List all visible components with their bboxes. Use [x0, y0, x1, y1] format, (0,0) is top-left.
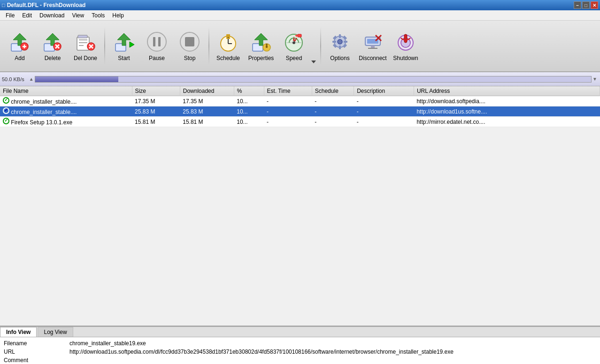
file-name: chrome_installer_stable....	[11, 99, 77, 105]
schedule-button[interactable]: Schedule	[212, 25, 244, 67]
file-description: -	[354, 96, 414, 106]
properties-button[interactable]: Properties	[245, 25, 277, 67]
file-percent: 10...	[234, 106, 264, 117]
status-icon	[3, 107, 9, 114]
menu-tools[interactable]: Tools	[88, 11, 108, 20]
add-button[interactable]: Add	[4, 25, 36, 67]
col-downloaded[interactable]: Downloaded	[180, 86, 234, 96]
svg-rect-22	[153, 37, 155, 46]
tab-log-view[interactable]: Log View	[38, 327, 73, 337]
minimize-button[interactable]: –	[574, 1, 581, 9]
svg-rect-14	[78, 35, 87, 38]
svg-rect-34	[266, 46, 268, 48]
separator-1	[104, 27, 105, 65]
separator-3	[320, 27, 321, 65]
speed-wrapper: Speed	[278, 25, 317, 67]
tab-info-view[interactable]: Info View	[0, 327, 37, 337]
label-filename: Filename	[4, 340, 69, 347]
svg-point-45	[338, 39, 342, 44]
file-url: http://download1us.softne....	[414, 106, 600, 117]
file-url: http://download.softpedia....	[414, 96, 600, 106]
maximize-button[interactable]: □	[582, 1, 590, 9]
file-description: -	[354, 117, 414, 127]
menu-download[interactable]: Download	[36, 11, 68, 20]
speed-bar-track	[35, 76, 592, 83]
options-label: Options	[330, 55, 349, 61]
file-percent: 10...	[234, 96, 264, 106]
pause-label: Pause	[149, 55, 165, 61]
options-button[interactable]: Options	[324, 25, 356, 67]
file-downloaded: 25.83 M	[180, 106, 234, 117]
table-row[interactable]: Firefox Setup 13.0.1.exe 15.81 M 15.81 M…	[0, 117, 600, 127]
svg-marker-20	[130, 42, 134, 47]
col-url[interactable]: URL Address	[414, 86, 600, 96]
file-size: 15.81 M	[132, 117, 180, 127]
table-row[interactable]: chrome_installer_stable.... 17.35 M 17.3…	[0, 96, 600, 106]
file-size: 25.83 M	[132, 106, 180, 117]
col-esttime[interactable]: Est. Time	[264, 86, 312, 96]
file-percent: 10...	[234, 117, 264, 127]
separator-2	[208, 27, 209, 65]
col-schedule[interactable]: Schedule	[312, 86, 354, 96]
svg-point-21	[147, 32, 166, 51]
file-esttime: -	[264, 106, 312, 117]
del-done-label: Del Done	[74, 55, 97, 61]
menu-help[interactable]: Help	[108, 11, 128, 20]
delete-button[interactable]: Delete	[37, 25, 69, 67]
col-description[interactable]: Description	[354, 86, 414, 96]
col-size[interactable]: Size	[132, 86, 180, 96]
menu-edit[interactable]: Edit	[18, 11, 36, 20]
file-description: -	[354, 106, 414, 117]
del-done-button[interactable]: Del Done	[69, 25, 101, 67]
label-comment: Comment	[4, 357, 69, 364]
col-filename[interactable]: File Name	[0, 86, 132, 96]
svg-rect-48	[332, 41, 336, 43]
speed-dropdown[interactable]	[310, 25, 317, 67]
speed-bar-area: 50.0 KB/s ▲ ▼	[0, 72, 600, 86]
label-url: URL	[4, 349, 69, 355]
title-bar-title: □ Default.DFL - FreshDownload	[2, 2, 85, 8]
info-row-filename: Filename chrome_installer_stable19.exe	[4, 339, 596, 348]
file-url: http://mirror.edatel.net.co....	[414, 117, 600, 127]
value-url: http://download1us.softpedia.com/dl/fcc9…	[69, 349, 596, 355]
file-esttime: -	[264, 96, 312, 106]
svg-rect-46	[339, 34, 341, 38]
file-name: Firefox Setup 13.0.1.exe	[11, 119, 72, 126]
table-row[interactable]: chrome_installer_stable.... 25.83 M 25.8…	[0, 106, 600, 117]
info-tabs: Info View Log View	[0, 327, 600, 337]
toolbar: Add Delete	[0, 21, 600, 72]
pause-button[interactable]: Pause	[141, 25, 173, 67]
status-icon	[3, 118, 9, 124]
shutdown-button[interactable]: Shutdown	[390, 25, 422, 67]
start-label: Start	[118, 55, 130, 61]
file-name: chrome_installer_stable....	[11, 109, 77, 115]
speed-button[interactable]: Speed	[278, 25, 310, 67]
svg-point-35	[266, 44, 268, 46]
download-list: File Name Size Downloaded % Est. Time Sc…	[0, 86, 600, 326]
file-schedule: -	[312, 96, 354, 106]
speed-bar-fill	[35, 76, 119, 82]
disconnect-button[interactable]: Disconnect	[357, 25, 389, 67]
file-schedule: -	[312, 117, 354, 127]
menu-view[interactable]: View	[68, 11, 88, 20]
menu-file[interactable]: File	[2, 11, 18, 20]
value-filename: chrome_installer_stable19.exe	[69, 340, 596, 347]
close-button[interactable]: ✕	[591, 1, 598, 9]
file-schedule: -	[312, 106, 354, 117]
svg-rect-23	[158, 37, 161, 46]
stop-label: Stop	[184, 55, 196, 61]
stop-button[interactable]: Stop	[174, 25, 206, 67]
speed-value: 50.0 KB/s	[2, 76, 24, 82]
speed-label: Speed	[286, 55, 302, 61]
main-area: File Name Size Downloaded % Est. Time Sc…	[0, 86, 600, 326]
file-table: File Name Size Downloaded % Est. Time Sc…	[0, 86, 600, 127]
scroll-down-arrow[interactable]: ▼	[592, 76, 598, 82]
scroll-up-arrow[interactable]: ▲	[28, 76, 35, 82]
svg-marker-43	[311, 61, 316, 63]
info-row-comment: Comment	[4, 356, 596, 364]
col-percent[interactable]: %	[234, 86, 264, 96]
svg-rect-49	[344, 41, 347, 43]
svg-rect-4	[24, 45, 25, 48]
start-button[interactable]: Start	[108, 25, 140, 67]
file-esttime: -	[264, 117, 312, 127]
